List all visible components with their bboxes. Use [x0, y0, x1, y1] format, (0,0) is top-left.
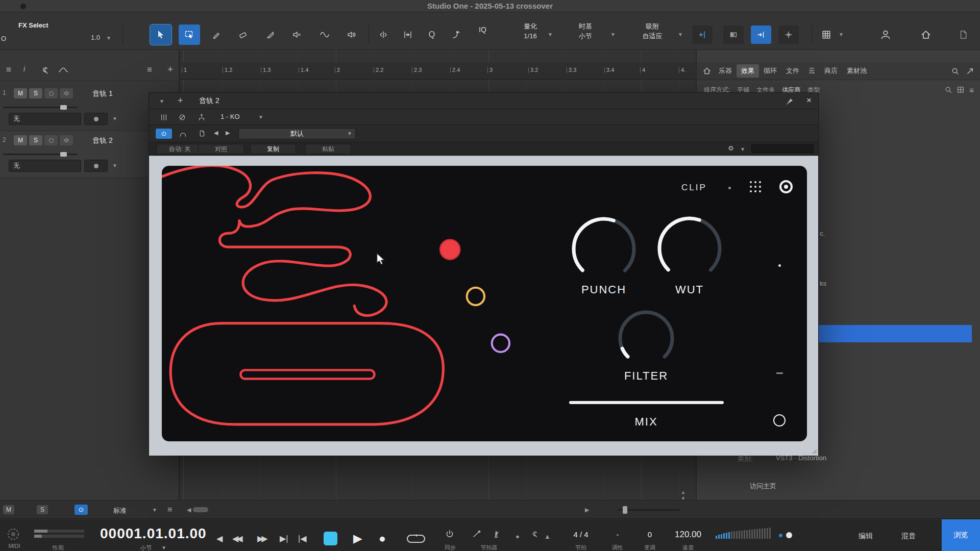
mix-slider[interactable]: [569, 401, 724, 404]
plugin-slot-name[interactable]: 1 - KO: [220, 113, 240, 120]
tempo-slope-icon[interactable]: [473, 530, 481, 538]
quantize-caret-icon[interactable]: ▼: [548, 32, 553, 37]
red-dot-control[interactable]: [440, 239, 460, 259]
tab-files[interactable]: 文件: [781, 64, 804, 78]
track-insert-select[interactable]: 无: [9, 160, 81, 172]
time-unit-caret-icon[interactable]: ▼: [161, 545, 166, 550]
plugin-settings-gear-icon[interactable]: ⚙: [728, 144, 734, 152]
record-arm-button[interactable]: [44, 135, 58, 145]
fit-tool-button[interactable]: [397, 24, 419, 45]
volume-handle[interactable]: [60, 152, 67, 157]
crosshair-toggle[interactable]: [778, 26, 799, 44]
view-list-icon[interactable]: ≡: [969, 86, 974, 94]
browser-search-icon[interactable]: [951, 67, 959, 75]
close-icon[interactable]: ×: [806, 95, 812, 106]
automation-icon[interactable]: [58, 66, 68, 74]
plugin-settings-caret-icon[interactable]: ▼: [740, 146, 745, 152]
side-circle-button[interactable]: [773, 414, 786, 427]
track-volume-slider[interactable]: [3, 154, 78, 155]
time-unit-select[interactable]: 小节: [131, 544, 161, 551]
pan-control[interactable]: [84, 160, 108, 172]
bypass-icon[interactable]: [179, 114, 186, 121]
monitor-button[interactable]: [60, 88, 73, 98]
track-options-caret-icon[interactable]: ▼: [112, 163, 117, 168]
snap-setting[interactable]: 吸附 自适应: [629, 21, 676, 41]
edit-view-button[interactable]: 编辑: [859, 532, 873, 541]
homepage-link[interactable]: 访问主页: [750, 482, 776, 491]
track-name[interactable]: 音轨 1: [92, 89, 113, 98]
horizontal-scrollbar-thumb[interactable]: [193, 507, 208, 512]
eraser-tool-button[interactable]: [232, 24, 254, 45]
solo-button[interactable]: S: [29, 88, 42, 98]
compare-icon[interactable]: [179, 131, 187, 137]
sync-power-icon[interactable]: [445, 530, 454, 539]
snap-caret-icon[interactable]: ▼: [678, 32, 683, 37]
strip-power-button[interactable]: [75, 505, 88, 515]
timeline-ruler[interactable]: 1 1.2 1.3 1.4 2 2.2 2.3 2.4 3 3.2 3.3 3.…: [181, 62, 695, 80]
time-display[interactable]: 00001.01.01.00: [100, 525, 207, 542]
paint-tool-button[interactable]: [206, 24, 227, 45]
tab-shop[interactable]: 商店: [820, 64, 842, 78]
punch-knob[interactable]: [568, 213, 640, 285]
track-volume-slider[interactable]: [3, 107, 78, 108]
track-options-caret-icon[interactable]: ▼: [112, 116, 117, 121]
fast-forward-button[interactable]: ▶▶: [257, 534, 266, 543]
channel-strip-icon[interactable]: [160, 114, 167, 121]
prev-bar-button[interactable]: |◀: [298, 534, 306, 543]
mute-button[interactable]: M: [14, 135, 27, 145]
transpose-value[interactable]: 0: [638, 530, 662, 539]
selected-list-row[interactable]: [819, 325, 972, 342]
bypass-ring-button[interactable]: [779, 180, 793, 193]
pin-icon[interactable]: [786, 97, 794, 105]
preset-select[interactable]: 默认: [238, 128, 356, 139]
window-menu-caret-icon[interactable]: ▼: [159, 98, 164, 104]
zoom-up-icon[interactable]: ▲: [681, 490, 685, 495]
nudge-tool-button[interactable]: [373, 24, 394, 45]
paste-button[interactable]: 粘贴: [305, 144, 351, 154]
routing-icon[interactable]: [198, 114, 205, 121]
add-track-button[interactable]: +: [167, 64, 173, 75]
track-list-menu-icon[interactable]: ≡: [6, 65, 11, 75]
automation-toggle[interactable]: 自动: 关: [157, 144, 203, 154]
next-preset-icon[interactable]: ▶: [226, 130, 230, 136]
record-mode-icon[interactable]: ●: [516, 533, 520, 540]
quantize-tool-button[interactable]: Q: [421, 24, 443, 45]
side-minus-icon[interactable]: [776, 372, 783, 374]
purple-ring-control[interactable]: [492, 335, 509, 352]
compare-button[interactable]: 对照: [198, 144, 244, 154]
sort-search-icon[interactable]: [945, 86, 952, 93]
volume-handle[interactable]: [60, 105, 67, 110]
user-account-button[interactable]: [875, 24, 896, 45]
zoom-slider-handle[interactable]: [623, 506, 627, 514]
preset-file-icon[interactable]: [199, 130, 205, 137]
split-tool-button[interactable]: [260, 24, 281, 45]
next-bar-button[interactable]: ▶|: [280, 534, 288, 543]
loop-button[interactable]: [406, 534, 426, 544]
return-to-start-button[interactable]: ◀: [216, 534, 223, 543]
record-button[interactable]: ●: [379, 532, 386, 545]
home-button[interactable]: [915, 24, 937, 45]
scroll-right-icon[interactable]: ▶: [585, 507, 589, 513]
listen-tool-button[interactable]: [341, 24, 362, 45]
mute-button[interactable]: M: [14, 88, 27, 98]
key-value[interactable]: -: [605, 530, 630, 539]
browser-expand-icon[interactable]: [966, 67, 974, 75]
arrow-tool-button[interactable]: [150, 24, 172, 45]
count-in-icon[interactable]: ▲: [544, 533, 551, 540]
tempo-value[interactable]: 120.00: [669, 530, 707, 540]
fx-select-version[interactable]: 1.0: [91, 34, 100, 41]
mute-tool-button[interactable]: [286, 24, 308, 45]
record-arm-button[interactable]: [44, 88, 58, 98]
track-insert-select[interactable]: 无: [9, 113, 81, 125]
quantize-setting[interactable]: 量化 1/16: [510, 21, 550, 41]
plugin-slot-caret-icon[interactable]: ▼: [258, 114, 263, 120]
tab-loops[interactable]: 循环: [759, 64, 781, 78]
copy-button[interactable]: 复制: [250, 144, 296, 154]
browse-view-button[interactable]: 浏览: [942, 519, 980, 551]
snap-to-cursor-toggle[interactable]: [692, 26, 713, 44]
rewind-button[interactable]: ◀◀: [232, 534, 241, 543]
input-quantize-label[interactable]: IQ: [479, 26, 486, 34]
range-tool-button[interactable]: [179, 24, 200, 45]
pan-handle[interactable]: [94, 164, 99, 168]
wut-knob[interactable]: [654, 213, 725, 284]
